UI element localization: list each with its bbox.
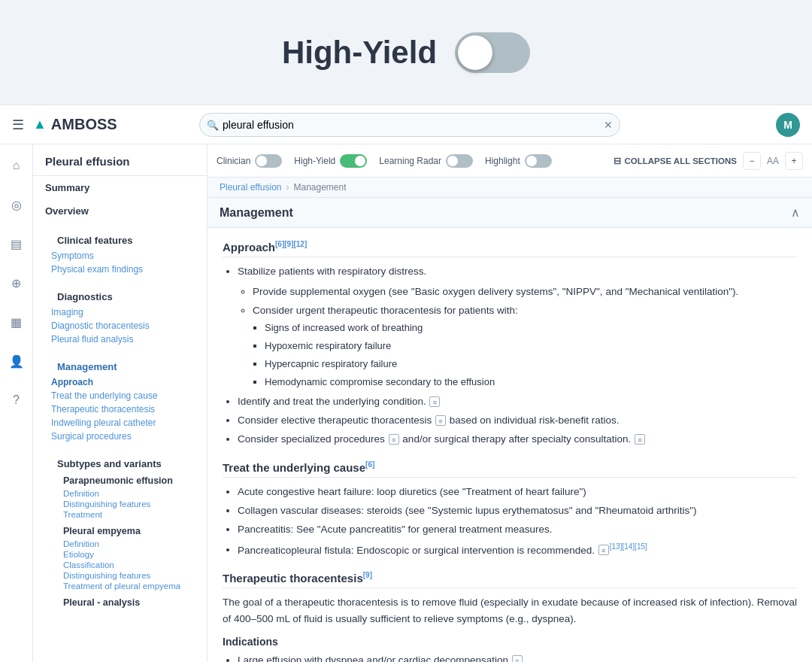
collapse-label: cOLLAPSE ALL SECTIONS	[624, 156, 737, 166]
approach-refs[interactable]: [6][9][12]	[275, 240, 307, 248]
list-item: Consider specialized procedures ≡ and/or…	[238, 431, 797, 448]
sidebar-subsection-title-empyema[interactable]: Pleural empyema	[63, 526, 183, 536]
menu-icon[interactable]: ☰	[12, 117, 24, 133]
therapeutic-refs[interactable]: [9]	[363, 571, 372, 579]
section-collapse-icon[interactable]: ∧	[791, 205, 800, 220]
inline-ref-icon-5[interactable]: ≡	[598, 545, 609, 555]
content-body: Approach[6][9][12] Stabilize patients wi…	[208, 228, 812, 662]
sidebar-link-symptoms[interactable]: Symptoms	[45, 249, 195, 263]
high-yield-toggle-large[interactable]	[455, 32, 530, 73]
sidebar-link-emp-definition[interactable]: Definition	[63, 539, 183, 549]
main-content: Clinician High-Yield Learning Radar High…	[208, 144, 812, 662]
logo[interactable]: ▲ AMBOSS	[33, 116, 117, 133]
sidebar-item-management[interactable]: Management	[45, 355, 195, 375]
sidebar-link-therapeutic-thoracentesis[interactable]: Therapeutic thoracentesis	[45, 402, 195, 416]
treat-underlying-refs[interactable]: [6]	[365, 460, 374, 469]
breadcrumb-parent[interactable]: Pleural effusion	[220, 182, 282, 193]
learning-radar-toggle[interactable]	[446, 154, 473, 168]
sidebar-link-emp-treatment[interactable]: Treatment of pleural empyema	[63, 581, 183, 591]
sidebar-subsection-title-parapneumonic[interactable]: Parapneumonic effusion	[63, 475, 183, 486]
app-container: ☰ ▲ AMBOSS 🔍 ✕ M ⌂ ◎ ▤ ⊕ ▦ 👤 ? Pleural e…	[0, 105, 812, 662]
sidebar-item-subtypes[interactable]: Subtypes and variants	[45, 452, 195, 472]
sidebar-section-management: Management Approach Treat the underlying…	[33, 349, 207, 446]
nav-chart-icon[interactable]: ▦	[5, 310, 29, 334]
sidebar-link-para-distinguishing[interactable]: Distinguishing features	[63, 499, 183, 509]
sidebar-title: Pleural effusion	[33, 144, 207, 176]
clinician-toggle[interactable]	[255, 154, 282, 168]
search-input[interactable]	[199, 113, 620, 137]
avatar[interactable]: M	[776, 113, 800, 137]
sidebar-link-surgical[interactable]: Surgical procedures	[45, 430, 195, 443]
clear-search-icon[interactable]: ✕	[604, 119, 613, 131]
list-item: Hypoxemic respiratory failure	[265, 338, 797, 354]
list-item: Provide supplemental oxygen (see "Basic …	[253, 284, 797, 301]
sidebar-section-subtypes: Subtypes and variants Parapneumonic effu…	[33, 446, 207, 616]
sidebar-subsection-title-pleural-analysis[interactable]: Pleural - analysis	[63, 597, 183, 608]
logo-triangle-icon: ▲	[33, 117, 47, 132]
collapse-all-button[interactable]: ⊟ cOLLAPSE ALL SECTIONS	[614, 156, 737, 166]
collapse-icon: ⊟	[614, 156, 621, 166]
sidebar-link-emp-distinguishing[interactable]: Distinguishing features	[63, 570, 183, 581]
sidebar-item-summary[interactable]: Summary	[45, 182, 195, 193]
nav-home-icon[interactable]: ⌂	[5, 153, 29, 178]
list-item: Stabilize patients with respiratory dist…	[238, 263, 797, 390]
inline-ref-icon-6[interactable]: ≡	[512, 655, 523, 662]
highlight-toggle-group: Highlight	[485, 154, 552, 168]
nav-help-icon[interactable]: ?	[5, 388, 29, 412]
list-item: Pancreatitis: See "Acute pancreatitis" f…	[238, 521, 797, 539]
sidebar-link-physical-exam[interactable]: Physical exam findings	[45, 263, 195, 276]
sidebar-section-overview: Overview	[33, 199, 207, 223]
sidebar-link-pleural-fluid[interactable]: Pleural fluid analysis	[45, 333, 195, 346]
banner-title: High-Yield	[282, 35, 437, 71]
list-item: Large effusion with dyspnea and/or cardi…	[238, 652, 797, 662]
list-item: Consider urgent therapeutic thoracentesi…	[253, 302, 797, 390]
inline-ref-icon-2[interactable]: ≡	[435, 415, 446, 426]
sidebar-link-indwelling-catheter[interactable]: Indwelling pleural catheter	[45, 416, 195, 430]
sidebar-link-treat-underlying[interactable]: Treat the underlying cause	[45, 389, 195, 402]
sidebar-section-clinical: Clinical features Symptoms Physical exam…	[33, 223, 207, 279]
sidebar-item-overview[interactable]: Overview	[45, 205, 195, 217]
inline-ref-icon[interactable]: ≡	[429, 396, 440, 407]
sidebar-item-clinical-features[interactable]: Clinical features	[45, 229, 195, 249]
nav-target-icon[interactable]: ⊕	[5, 271, 29, 295]
sidebar-link-para-treatment[interactable]: Treatment	[63, 509, 183, 520]
section-title: Management	[220, 206, 293, 220]
nav-book-icon[interactable]: ▤	[5, 232, 29, 256]
high-yield-banner: High-Yield	[0, 0, 812, 105]
content-area: Management ∧ Approach[6][9][12] Stabiliz…	[208, 198, 812, 662]
increase-font-button[interactable]: +	[785, 152, 803, 170]
highlight-label: Highlight	[485, 156, 520, 166]
urgent-subbullets: Signs of increased work of breathing Hyp…	[253, 320, 797, 390]
highlight-toggle[interactable]	[525, 154, 552, 168]
search-bar: 🔍 ✕	[199, 113, 620, 137]
nav-compass-icon[interactable]: ◎	[5, 193, 29, 217]
therapeutic-description: The goal of a therapeutic thoracentesis …	[223, 594, 797, 627]
fistula-refs[interactable]: [13][14][15]	[610, 542, 647, 551]
section-header-management: Management ∧	[208, 198, 812, 228]
sidebar-link-approach[interactable]: Approach	[45, 375, 195, 389]
header: ☰ ▲ AMBOSS 🔍 ✕ M	[0, 105, 812, 144]
decrease-font-button[interactable]: −	[743, 152, 761, 170]
inline-ref-icon-4[interactable]: ≡	[635, 434, 645, 445]
indications-list: Large effusion with dyspnea and/or cardi…	[223, 652, 797, 662]
toolbar: Clinician High-Yield Learning Radar High…	[208, 144, 812, 178]
sidebar-item-diagnostics[interactable]: Diagnostics	[45, 285, 195, 305]
high-yield-toggle[interactable]	[340, 154, 367, 168]
sidebar-link-emp-classification[interactable]: Classification	[63, 560, 183, 570]
list-item: Acute congestive heart failure: loop diu…	[238, 484, 797, 501]
nav-person-icon[interactable]: 👤	[5, 349, 29, 373]
sidebar: Pleural effusion Summary Overview Clinic…	[33, 144, 208, 662]
treat-underlying-title: Treat the underlying cause[6]	[223, 460, 797, 478]
toggle-knob-large	[458, 35, 492, 70]
inline-ref-icon-3[interactable]: ≡	[389, 434, 399, 445]
breadcrumb: Pleural effusion › Management	[208, 178, 812, 198]
therapeutic-thoracentesis-title: Therapeutic thoracentesis[9]	[223, 571, 797, 588]
list-item: Collagen vascular diseases: steroids (se…	[238, 503, 797, 520]
sidebar-link-emp-etiology[interactable]: Etiology	[63, 549, 183, 560]
breadcrumb-separator: ›	[286, 182, 289, 193]
sidebar-link-para-definition[interactable]: Definition	[63, 488, 183, 499]
sidebar-link-diagnostic-thoracentesis[interactable]: Diagnostic thoracentesis	[45, 319, 195, 333]
sidebar-section-summary: Summary	[33, 176, 207, 199]
treat-underlying-list: Acute congestive heart failure: loop diu…	[223, 484, 797, 559]
sidebar-link-imaging[interactable]: Imaging	[45, 305, 195, 319]
